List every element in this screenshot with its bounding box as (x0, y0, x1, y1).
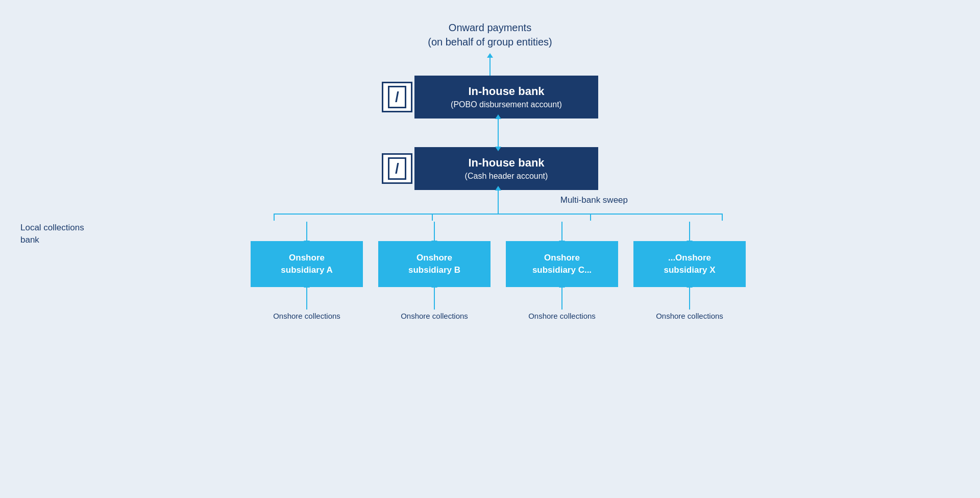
subsidiary-section: Local collections bank Onshoresubsidiary… (0, 222, 980, 320)
up-arrow-b (434, 287, 435, 310)
diagram-container: Onward payments (on behalf of group enti… (0, 0, 980, 498)
drop-2 (432, 214, 433, 221)
drop-3 (590, 214, 591, 221)
subsidiary-col-c: Onshoresubsidiary C... Onshore collectio… (506, 222, 618, 320)
up-arrow-a (306, 287, 307, 310)
arrow-up-top (489, 57, 491, 76)
subsidiary-col-x: ...Onshoresubsidiary X Onshore collectio… (633, 222, 746, 320)
h-line-bar (243, 214, 753, 222)
down-arrow-b (434, 222, 435, 241)
double-arrow (498, 118, 499, 147)
local-collections-label: Local collections bank (20, 222, 84, 246)
bank-top-subtitle: (POBO disbursement account) (435, 100, 578, 109)
arrow-up-sweep (498, 190, 499, 214)
down-arrow-c (561, 222, 562, 241)
db-logo-bottom (382, 153, 412, 184)
subsidiary-row: Onshoresubsidiary A Onshore collections … (251, 222, 746, 320)
db-logo-top (382, 82, 412, 112)
h-line (274, 214, 723, 215)
subsidiary-box-a: Onshoresubsidiary A (251, 241, 363, 287)
db-slash-bottom (388, 157, 406, 180)
multi-bank-sweep-label: Multi-bank sweep (560, 195, 628, 205)
bank-box-bottom: In-house bank (Cash header account) (414, 147, 598, 190)
down-arrow-x (689, 222, 690, 241)
collections-label-a: Onshore collections (273, 312, 340, 320)
bank-box-top: In-house bank (POBO disbursement account… (414, 76, 598, 118)
drop-4 (722, 214, 723, 221)
bank-bottom-subtitle: (Cash header account) (435, 172, 578, 181)
subsidiary-box-x: ...Onshoresubsidiary X (633, 241, 746, 287)
sweep-section: Multi-bank sweep (184, 190, 796, 222)
drop-1 (274, 214, 275, 221)
bank-bottom-title: In-house bank (435, 156, 578, 170)
db-slash-top (388, 86, 406, 108)
bank-top-title: In-house bank (435, 85, 578, 98)
up-arrow-x (689, 287, 690, 310)
subsidiary-box-c: Onshoresubsidiary C... (506, 241, 618, 287)
subsidiary-col-b: Onshoresubsidiary B Onshore collections (378, 222, 491, 320)
subsidiary-col-a: Onshoresubsidiary A Onshore collections (251, 222, 363, 320)
up-arrow-c (561, 287, 562, 310)
bank-bottom-row: In-house bank (Cash header account) (382, 147, 598, 190)
down-arrow-a (306, 222, 307, 241)
top-label: Onward payments (on behalf of group enti… (428, 20, 552, 49)
collections-label-b: Onshore collections (401, 312, 468, 320)
collections-label-c: Onshore collections (528, 312, 596, 320)
subsidiary-box-b: Onshoresubsidiary B (378, 241, 491, 287)
collections-label-x: Onshore collections (656, 312, 723, 320)
bank-top-row: In-house bank (POBO disbursement account… (382, 76, 598, 118)
